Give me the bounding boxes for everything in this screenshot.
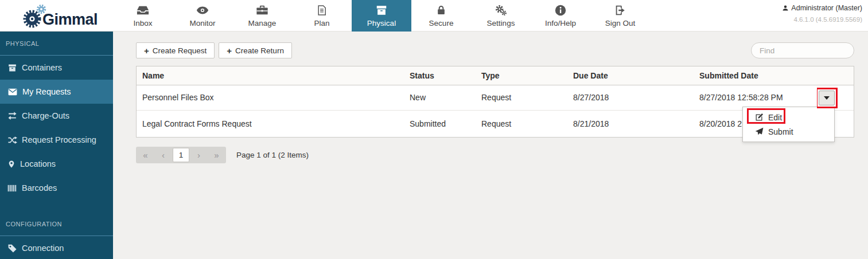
sidebar-item-charge-outs[interactable]: Charge-Outs [0,104,113,128]
user-icon [782,5,789,11]
toolbar: + Create Request + Create Return [136,42,854,58]
sidebar-item-connection[interactable]: Connection [0,236,113,259]
paper-plane-icon [755,127,764,136]
map-marker-icon [7,159,15,169]
column-header-submitted-date[interactable]: Submitted Date [694,66,817,85]
main-content: + Create Request + Create Return Name St… [113,32,868,259]
pager-summary: Page 1 of 1 (2 Items) [236,151,309,159]
user-box: Administrator (Master) 4.6.1.0 (4.5.6919… [782,4,862,23]
tab-label: Info/Help [545,19,576,28]
current-page-button[interactable]: 1 [173,148,189,162]
tab-label: Settings [487,19,515,28]
column-header-type[interactable]: Type [476,66,567,85]
sign-out-icon [614,4,626,17]
tab-label: Manage [248,19,277,28]
user-name: Administrator (Master) [791,4,862,12]
tab-settings[interactable]: Settings [471,0,531,32]
sidebar-item-barcodes[interactable]: Barcodes [0,176,113,200]
tab-info-help[interactable]: Info/Help [531,0,590,32]
lock-icon [435,4,447,17]
previous-page-button[interactable]: ‹ [154,147,172,163]
archive-box-icon [7,63,17,73]
tab-plan[interactable]: Plan [292,0,352,32]
create-button-group: + Create Request + Create Return [136,42,292,58]
find-input[interactable] [751,42,854,58]
column-header-status[interactable]: Status [404,66,476,85]
cell-status: Submitted [404,111,476,137]
sidebar-item-containers[interactable]: Containers [0,56,113,80]
sidebar-spacer [0,200,113,212]
create-return-label: Create Return [235,46,284,55]
sidebar-item-request-processing[interactable]: Request Processing [0,128,113,152]
menu-item-submit[interactable]: Submit [743,124,834,139]
sidebar-item-label: Containers [22,63,62,72]
sidebar-section-physical: PHYSICAL [0,32,113,56]
pager: « ‹ 1 › » [136,147,226,163]
next-page-button[interactable]: › [190,147,208,163]
create-request-button[interactable]: + Create Request [136,42,215,58]
gears-icon [494,4,508,17]
inbox-icon [137,4,149,17]
plus-icon: + [227,46,232,56]
briefcase-icon [256,4,268,17]
edit-icon [755,113,764,121]
shuffle-icon [7,135,17,145]
column-header-actions [817,66,854,85]
last-page-button[interactable]: » [208,147,225,163]
sidebar-item-label: My Requests [22,87,71,96]
tab-physical[interactable]: Physical [352,0,411,32]
tab-label: Plan [314,19,329,28]
primary-nav: Inbox Monitor Manage Plan Physical Secur… [113,0,650,32]
sidebar-section-configuration: CONFIGURATION [0,212,113,236]
tab-label: Physical [367,19,396,28]
caret-down-icon [824,96,830,100]
gimmal-logo: Gimmal [21,3,98,30]
brand-name: Gimmal [42,11,98,29]
cell-type: Request [476,111,567,137]
eye-icon [196,4,209,17]
sidebar-item-label: Locations [20,159,56,168]
tag-icon [7,244,17,253]
archive-box-icon [375,4,388,17]
menu-item-label: Edit [768,113,782,122]
plus-icon: + [144,46,149,56]
table-header-row: Name Status Type Due Date Submitted Date [137,66,854,85]
create-request-label: Create Request [153,46,207,55]
tab-monitor[interactable]: Monitor [173,0,232,32]
top-bar: Gimmal Inbox Monitor Manage Plan Physica… [0,0,868,32]
row-actions-dropdown-button[interactable] [819,91,835,105]
menu-item-edit[interactable]: Edit [743,110,834,124]
document-icon [316,4,328,17]
column-header-due-date[interactable]: Due Date [567,66,694,85]
sidebar-item-label: Request Processing [22,135,96,144]
tab-label: Sign Out [605,19,636,28]
exchange-icon [7,111,17,121]
envelope-icon [7,87,18,97]
column-header-name[interactable]: Name [137,66,404,85]
menu-item-label: Submit [768,127,793,136]
tab-inbox[interactable]: Inbox [113,0,173,32]
first-page-button[interactable]: « [137,147,154,163]
sidebar-item-label: Barcodes [22,183,57,193]
user-name-row[interactable]: Administrator (Master) [782,4,862,12]
sidebar-item-label: Connection [22,244,64,253]
create-return-button[interactable]: + Create Return [219,42,292,58]
tab-label: Monitor [189,19,215,28]
tab-label: Secure [429,19,454,28]
cell-name: Personnel Files Box [137,85,404,110]
tab-label: Inbox [133,19,152,28]
tab-manage[interactable]: Manage [232,0,292,32]
sidebar-item-label: Charge-Outs [22,111,69,120]
tab-secure[interactable]: Secure [411,0,471,32]
sidebar-item-locations[interactable]: Locations [0,152,113,176]
tab-sign-out[interactable]: Sign Out [590,0,650,32]
sidebar-item-my-requests[interactable]: My Requests [0,80,113,104]
sidebar: PHYSICAL Containers My Requests Charge-O… [0,32,113,259]
cell-type: Request [476,85,567,110]
cell-status: New [404,85,476,110]
row-actions-menu: Edit Submit [742,107,835,142]
app-version: 4.6.1.0 (4.5.6919.5569) [782,16,862,23]
cell-name: Legal Contract Forms Request [137,111,404,137]
pagination-row: « ‹ 1 › » Page 1 of 1 (2 Items) [136,147,854,163]
info-icon [554,4,567,17]
